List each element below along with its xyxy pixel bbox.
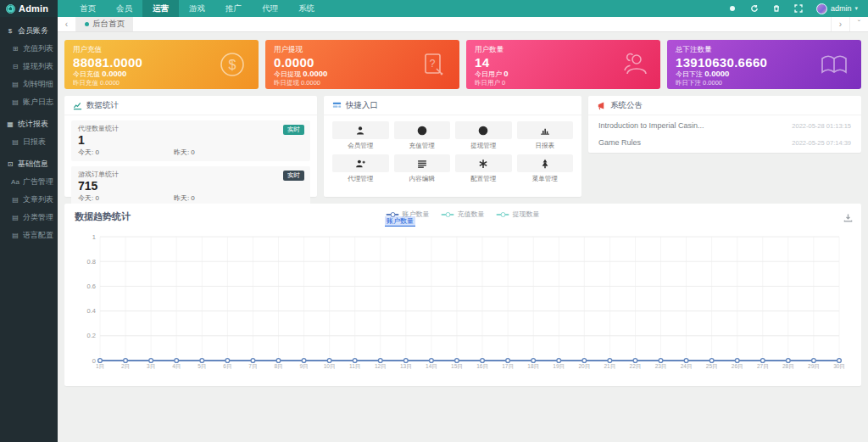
table-icon: ▤	[11, 214, 19, 221]
svg-text:26日: 26日	[732, 363, 743, 369]
svg-text:21日: 21日	[604, 363, 616, 369]
svg-text:3日: 3日	[147, 363, 155, 369]
sidebar-item-account-log[interactable]: ▤账户日志	[0, 93, 58, 111]
svg-text:0.8: 0.8	[87, 258, 96, 266]
user-icon	[355, 126, 365, 136]
tab-back-button[interactable]: ‹	[58, 17, 76, 31]
tab-label: 后台首页	[92, 19, 125, 30]
svg-text:0.4: 0.4	[87, 307, 96, 315]
svg-text:2日: 2日	[121, 363, 130, 369]
data-stats-header: 数据统计	[64, 96, 317, 115]
download-icon[interactable]	[843, 210, 853, 226]
tile-menu-management[interactable]: 菜单管理	[517, 154, 574, 183]
legend-tooltip: 账户数量	[385, 216, 415, 227]
svg-text:23日: 23日	[655, 363, 667, 369]
brand[interactable]: Admin	[0, 0, 58, 17]
legend-marker-icon	[442, 214, 454, 215]
plus-square-icon: ⊞	[11, 45, 19, 53]
nav-item-system[interactable]: 系统	[288, 0, 325, 17]
copy-icon: ⊡	[6, 160, 14, 168]
trash-icon[interactable]	[772, 4, 781, 13]
tab-spacer	[133, 17, 831, 31]
minus-square-icon: ⊟	[11, 63, 19, 70]
asterisk-icon	[478, 159, 488, 169]
svg-text:11日: 11日	[349, 363, 360, 369]
tab-active-dot	[85, 22, 89, 26]
tabbar: ‹ 后台首页 › ˇ	[58, 17, 868, 32]
svg-text:4日: 4日	[172, 363, 181, 369]
middle-panels-row: 数据统计 代理数量统计 1 今天: 0昨天: 0 实时 游戏订单统计 715 今…	[64, 96, 861, 197]
quick-entry-header: 快捷入口	[324, 96, 581, 115]
chevron-down-icon: ▾	[854, 5, 858, 12]
tile-member-management[interactable]: 会员管理	[332, 121, 389, 150]
svg-text:24日: 24日	[681, 363, 693, 369]
avatar	[816, 3, 827, 14]
svg-text:7日: 7日	[248, 363, 257, 369]
realtime-badge: 实时	[283, 171, 304, 181]
sidebar: $会员账务 ⊞充值列表 ⊟提现列表 ▤划转明细 ▤账户日志 ▦统计报表 ▤日报表…	[0, 17, 58, 442]
svg-text:15日: 15日	[451, 363, 463, 369]
notice-list: Introduction to Imperial Casin... 2022-0…	[588, 115, 861, 153]
table-icon: ▤	[11, 81, 19, 88]
legend-withdraw-count[interactable]: 提现数量	[497, 210, 540, 219]
sidebar-section-basic-info[interactable]: ⊡基础信息	[0, 155, 58, 173]
tile-recharge-management[interactable]: 充值管理	[394, 121, 451, 150]
tile-content-edit[interactable]: 内容编辑	[394, 154, 451, 183]
user-menu[interactable]: admin ▾	[816, 3, 858, 14]
legend-recharge-count[interactable]: 充值数量	[442, 210, 485, 219]
sidebar-item-category-management[interactable]: ▤分类管理	[0, 209, 58, 227]
nav-item-agents[interactable]: 代理	[252, 0, 288, 17]
nav-item-promotion[interactable]: 推广	[215, 0, 252, 17]
sidebar-item-daily-report[interactable]: ▤日报表	[0, 133, 58, 151]
svg-text:?: ?	[430, 58, 436, 70]
svg-text:1: 1	[92, 233, 96, 241]
theme-dot-icon[interactable]	[728, 4, 737, 13]
table-icon: ▤	[11, 196, 19, 204]
stat-cards-row: 用户充值 88081.0000 今日充值 0.0000 昨日充值 0.0000 …	[64, 40, 861, 89]
svg-text:8日: 8日	[274, 363, 282, 369]
legend-marker-icon	[497, 214, 509, 215]
system-notice-header: 系统公告	[588, 96, 861, 115]
svg-text:27日: 27日	[757, 363, 769, 369]
nav-item-members[interactable]: 会员	[106, 0, 142, 17]
svg-text:$: $	[229, 58, 236, 72]
svg-text:14日: 14日	[426, 363, 437, 369]
table-icon: ▤	[11, 232, 19, 239]
tile-withdraw-management[interactable]: 提现管理	[455, 121, 512, 150]
tile-agent-management[interactable]: 代理管理	[332, 154, 389, 183]
refresh-icon[interactable]	[750, 4, 759, 13]
sidebar-item-recharge-list[interactable]: ⊞充值列表	[0, 40, 58, 58]
nav-item-games[interactable]: 游戏	[179, 0, 215, 17]
nav-item-home[interactable]: 首页	[70, 0, 106, 17]
data-stats-panel: 数据统计 代理数量统计 1 今天: 0昨天: 0 实时 游戏订单统计 715 今…	[64, 96, 317, 197]
sidebar-section-reports[interactable]: ▦统计报表	[0, 115, 58, 133]
report-icon: ▦	[6, 120, 14, 128]
sidebar-item-language-config[interactable]: ▤语言配置	[0, 227, 58, 244]
sidebar-item-transfer-detail[interactable]: ▤划转明细	[0, 76, 58, 93]
tile-config-management[interactable]: 配置管理	[455, 154, 512, 183]
tab-home[interactable]: 后台首页	[76, 17, 133, 31]
sidebar-item-withdraw-list[interactable]: ⊟提现列表	[0, 58, 58, 76]
tab-collapse-button[interactable]: ˇ	[849, 17, 868, 31]
quick-entry-panel: 快捷入口 会员管理 充值管理 提现管理	[324, 96, 581, 197]
legend-marker-icon	[387, 214, 399, 215]
dollar-circle-icon: $	[218, 50, 247, 82]
line-chart-icon	[73, 101, 82, 110]
system-notice-panel: 系统公告 Introduction to Imperial Casin... 2…	[588, 96, 861, 153]
notice-item[interactable]: Introduction to Imperial Casin... 2022-0…	[588, 117, 861, 134]
agent-count-block: 代理数量统计 1 今天: 0昨天: 0 实时	[71, 120, 310, 161]
sidebar-item-article-list[interactable]: ▤文章列表	[0, 191, 58, 209]
fullscreen-icon[interactable]	[794, 4, 803, 13]
font-icon: Aa	[11, 178, 19, 186]
sidebar-section-member-finance[interactable]: $会员账务	[0, 22, 58, 40]
top-nav: 首页 会员 运营 游戏 推广 代理 系统	[70, 0, 325, 17]
tab-forward-button[interactable]: ›	[831, 17, 849, 31]
notice-item[interactable]: Game Rules 2022-05-25 07:14:39	[588, 134, 861, 151]
user-plus-icon	[355, 159, 365, 169]
svg-text:19日: 19日	[553, 363, 565, 369]
stat-card-user-count: 用户数量 14 今日用户 0 昨日用户 0	[466, 40, 660, 89]
sidebar-item-ad-management[interactable]: Aa广告管理	[0, 173, 58, 191]
tile-daily-report[interactable]: 日报表	[517, 121, 574, 150]
svg-text:17日: 17日	[502, 363, 514, 369]
nav-item-operations[interactable]: 运营	[142, 0, 179, 17]
